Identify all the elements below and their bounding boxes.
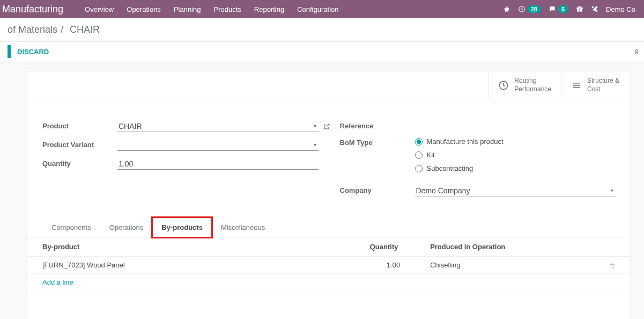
app-brand[interactable]: Manufacturing [0, 4, 63, 15]
company-input[interactable] [415, 185, 616, 197]
stat-buttons: Routing Performance Structure & Cost [27, 71, 631, 99]
cell-operation[interactable]: Chiselling [415, 257, 594, 274]
radio-subcontract[interactable] [415, 165, 423, 172]
form-col-right: Reference BoM Type Manufacture this prod… [340, 121, 616, 204]
bom-type-label: BoM Type [340, 137, 415, 147]
breadcrumb-parent[interactable]: of Materials [8, 24, 57, 35]
bom-type-kit[interactable]: Kit [415, 151, 616, 159]
gift-icon[interactable] [576, 5, 583, 13]
product-label: Product [42, 121, 117, 130]
routing-performance-button[interactable]: Routing Performance [488, 71, 561, 99]
tab-operations[interactable]: Operations [100, 218, 153, 237]
cell-qty[interactable]: 1.00 [355, 257, 415, 274]
col-actions [594, 237, 631, 257]
form-sheet: Routing Performance Structure & Cost Pro… [27, 71, 631, 319]
user-menu[interactable]: Demo Co [606, 5, 635, 13]
nav-right: 28 5 Demo Co [503, 5, 635, 13]
byproducts-table: By-product Quantity Produced in Operatio… [27, 237, 631, 291]
tab-byproducts[interactable]: By-products [152, 218, 212, 237]
navbar: Manufacturing Overview Operations Planni… [0, 0, 644, 18]
table-header-row: By-product Quantity Produced in Operatio… [27, 237, 631, 257]
add-line-row[interactable]: Add a line [27, 274, 631, 291]
quantity-label: Quantity [42, 158, 117, 168]
form-col-left: Product ▾ Product Variant ▾ [42, 121, 319, 204]
col-byproduct: By-product [27, 237, 355, 257]
tabs: Components Operations By-products Miscel… [27, 217, 631, 237]
table-row[interactable]: [FURN_7023] Wood Panel 1.00 Chiselling [27, 257, 631, 274]
nav-planning[interactable]: Planning [174, 5, 201, 13]
variant-input[interactable] [117, 140, 319, 151]
page-counter: 9 [635, 48, 639, 56]
form-body: Product ▾ Product Variant ▾ [27, 99, 631, 217]
product-input[interactable] [117, 121, 319, 132]
nav-overview[interactable]: Overview [85, 5, 114, 13]
bom-type-manufacture[interactable]: Manufacture this product [415, 137, 616, 146]
svg-point-4 [578, 6, 579, 8]
cell-product[interactable]: [FURN_7023] Wood Panel [27, 257, 355, 274]
variant-label: Product Variant [42, 140, 117, 149]
discard-button[interactable]: DISCARD [17, 48, 49, 56]
action-bar: DISCARD 9 [0, 42, 644, 61]
company-label: Company [340, 185, 415, 194]
breadcrumb-sep: / [61, 24, 63, 35]
stat-label: Structure & Cost [587, 77, 619, 93]
radio-kit[interactable] [415, 151, 423, 159]
svg-rect-3 [579, 8, 580, 12]
external-link-icon[interactable] [323, 122, 330, 130]
activity-icon[interactable]: 28 [518, 5, 541, 13]
tab-components[interactable]: Components [42, 218, 100, 237]
save-indicator[interactable] [8, 45, 11, 58]
nav-menu: Overview Operations Planning Products Re… [85, 5, 338, 13]
tools-icon[interactable] [591, 5, 598, 13]
chat-icon[interactable]: 5 [549, 5, 568, 13]
svg-point-5 [580, 6, 581, 8]
quantity-input[interactable] [117, 158, 319, 170]
structure-cost-button[interactable]: Structure & Cost [561, 71, 631, 99]
add-line-link[interactable]: Add a line [42, 278, 73, 286]
breadcrumb: of Materials / CHAIR [0, 18, 644, 42]
breadcrumb-current: CHAIR [70, 24, 100, 35]
nav-reporting[interactable]: Reporting [254, 5, 284, 13]
nav-products[interactable]: Products [213, 5, 241, 13]
activity-badge: 28 [527, 5, 541, 13]
col-quantity: Quantity [355, 237, 415, 257]
bom-type-subcontract[interactable]: Subcontracting [415, 164, 616, 172]
list-icon [571, 80, 582, 91]
chat-badge: 5 [558, 5, 568, 13]
trash-icon[interactable] [609, 261, 616, 269]
tab-miscellaneous[interactable]: Miscellaneous [212, 218, 274, 237]
stat-label: Routing Performance [514, 77, 551, 93]
bug-icon[interactable] [503, 5, 510, 13]
reference-label: Reference [340, 121, 415, 130]
radio-manufacture[interactable] [415, 138, 423, 146]
col-operation: Produced in Operation [415, 237, 594, 257]
nav-operations[interactable]: Operations [127, 5, 161, 13]
nav-configuration[interactable]: Configuration [297, 5, 338, 13]
clock-icon [498, 80, 509, 91]
